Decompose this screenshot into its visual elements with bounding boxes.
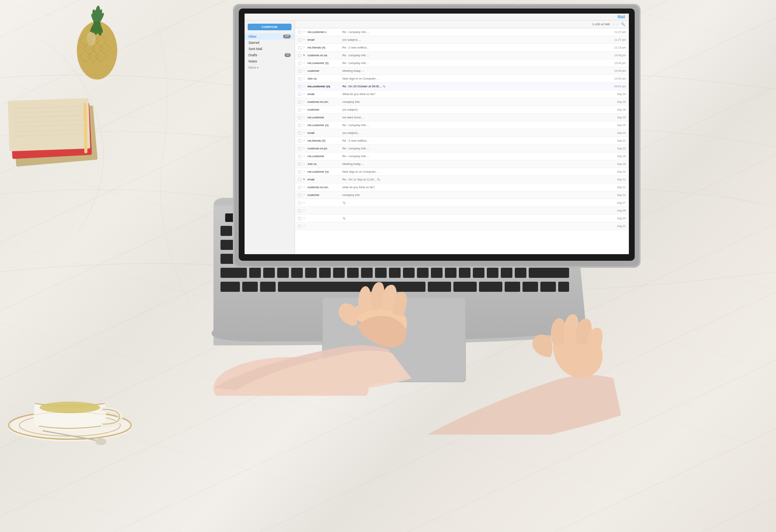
sidebar-item-sent[interactable]: Sent Mail [245,46,295,52]
email-checkbox[interactable] [298,38,301,42]
email-row[interactable]: ⚑emailRe : On 11 Sep at 11:00,...📎Sep 11 [295,176,629,184]
email-subject: 📎 [342,201,605,204]
email-checkbox[interactable] [298,209,301,212]
email-checkbox[interactable] [298,163,301,166]
sidebar-item-drafts[interactable]: Drafts 10 [245,52,295,58]
email-subject: New Sign-in on Computer ... [342,170,605,173]
svg-rect-124 [305,268,317,278]
mail-app-header: Mail [245,14,629,21]
attachment-icon: 📎 [382,85,386,88]
email-time: Sep 24 [607,101,626,103]
email-checkbox[interactable] [298,178,301,181]
email-checkbox[interactable] [298,108,301,111]
email-checkbox[interactable] [298,69,301,73]
email-row[interactable]: ⚑customerMeeting today ...10:30 am [295,67,629,75]
email-checkbox[interactable] [298,194,301,197]
email-row[interactable]: ⚑me,friends (4)Re : 2 new notifica...11:… [295,44,629,52]
email-row[interactable]: ⚑me,customer.c.Re : company info ...11:2… [295,28,629,36]
email-checkbox[interactable] [298,77,301,80]
svg-rect-144 [278,282,425,292]
email-subject: Re : company info ... [342,30,605,34]
email-flag: ⚑ [303,54,306,57]
email-row[interactable]: ⚑customer.no.se.Re : company info ...10:… [295,52,629,59]
mail-app: Mail COMPOSE Inbox 197 Starred Sent Mail… [245,14,629,254]
email-subject: Re : company info ... [342,154,605,158]
email-row[interactable]: ⚑me,customerRe : company info ...Sep 18 [295,152,629,160]
email-flag: ⚑ [303,85,306,88]
email-row[interactable]: ⚑📎Aug 23 [295,215,629,222]
email-row[interactable]: ⚑me,customer (n)Re : company info ...Sep… [295,121,629,129]
email-subject: New Sign-in on Computer ... [342,77,605,80]
email-flag: ⚑ [303,46,306,49]
scene: GOOD BOOK [0,0,776,532]
email-row[interactable]: ⚑email(no subject) ...Sep 21 [295,129,629,137]
svg-rect-131 [403,268,415,278]
email-row[interactable]: ⚑me,customer (n)New Sign-in on Computer … [295,168,629,176]
svg-rect-123 [291,268,303,278]
email-sender: customer.no.joi. [307,147,342,150]
email-flag: ⚑ [303,209,306,212]
email-flag: ⚑ [303,62,306,65]
sidebar-item-more[interactable]: More ▾ [245,64,295,71]
email-checkbox[interactable] [298,101,301,104]
email-flag: ⚑ [303,225,306,228]
svg-rect-153 [323,298,465,381]
email-subject: Meeting today ... [342,162,605,166]
email-subject: What do you think so far? [342,92,605,96]
email-checkbox[interactable] [298,93,301,96]
prev-page-button[interactable]: ‹ [613,23,614,26]
email-checkbox[interactable] [298,201,301,204]
email-row[interactable]: ⚑me,customer (n)Re : On 23 October at 09… [295,83,629,90]
email-checkbox[interactable] [298,217,301,220]
sidebar-item-inbox[interactable]: Inbox 197 [245,33,295,40]
email-checkbox[interactable] [298,54,301,57]
email-row[interactable]: ⚑me,friends (4)Re : 2 new notifica...Sep… [295,137,629,145]
email-subject: Re : 2 new notifica... [342,139,605,142]
email-checkbox[interactable] [298,31,301,34]
email-time: Sep 18 [607,155,626,158]
email-flag: ⚑ [303,155,306,158]
email-row[interactable]: ⚑customer(no subject)Sep 24 [295,106,629,114]
email-flag: ⚑ [303,108,306,111]
next-page-button[interactable]: › [617,23,618,26]
svg-rect-138 [501,268,512,278]
email-row[interactable]: ⚑Join usNew Sign-in on Computer ...10:30… [295,75,629,83]
email-checkbox[interactable] [298,132,301,135]
email-row[interactable]: ⚑Aug 26 [295,207,629,215]
email-checkbox[interactable] [298,116,301,119]
email-row[interactable]: ⚑customer.no.sm.company infoSep 24 [295,98,629,106]
email-row[interactable]: ⚑emailWhat do you think so far?Sep 24 [295,90,629,98]
email-row[interactable]: ⚑customer.no.sm.what do you think so far… [295,184,629,191]
email-checkbox[interactable] [298,155,301,158]
email-row[interactable]: ⚑Join usMeeting today ...Sep 15 [295,160,629,168]
email-row[interactable]: ⚑📎Aug 27 [295,199,629,207]
email-checkbox[interactable] [298,62,301,65]
email-row[interactable]: ⚑email(no subject) ...11:27 pm [295,36,629,44]
compose-button[interactable]: COMPOSE [248,24,292,30]
email-checkbox[interactable] [298,139,301,142]
email-sender: me,customer.c. [307,30,342,34]
email-sender: Join us [307,77,342,80]
email-sender: me,customer (n) [307,85,342,88]
email-subject: 📎 [342,217,605,220]
email-checkbox[interactable] [298,147,301,150]
email-row[interactable]: ⚑me,customer (2)Re : company info ...10:… [295,59,629,67]
email-checkbox[interactable] [298,225,301,228]
email-checkbox[interactable] [298,186,301,189]
email-subject: (no subject) ... [342,38,605,42]
email-flag: ⚑ [303,186,306,189]
svg-rect-146 [453,282,477,292]
email-row[interactable]: ⚑Aug 21 [295,222,629,230]
sidebar-item-starred[interactable]: Starred [245,40,295,46]
email-checkbox[interactable] [298,124,301,127]
svg-rect-135 [459,268,470,278]
email-checkbox[interactable] [298,170,301,173]
email-checkbox[interactable] [298,85,301,88]
email-row[interactable]: ⚑me,customerwe want some...Sep 23 [295,114,629,121]
email-row[interactable]: ⚑customer.no.joi.Re : company info ...Se… [295,145,629,152]
svg-rect-120 [249,268,261,278]
email-checkbox[interactable] [298,46,301,49]
sidebar-item-notes[interactable]: Notes [245,58,295,64]
email-row[interactable]: ⚑customercompany infoSep 11 [295,191,629,199]
svg-rect-140 [529,268,569,278]
